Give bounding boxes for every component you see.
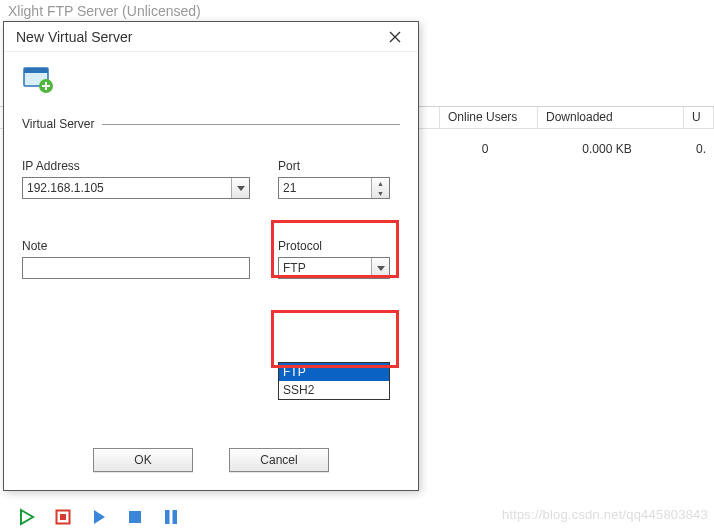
pause-icon[interactable] xyxy=(162,508,180,526)
svg-rect-4 xyxy=(60,514,66,520)
section-header: Virtual Server xyxy=(22,117,400,131)
close-button[interactable] xyxy=(380,25,410,49)
ok-button[interactable]: OK xyxy=(93,448,193,472)
svg-rect-5 xyxy=(129,511,141,523)
port-value: 21 xyxy=(279,181,371,195)
section-divider xyxy=(102,124,400,125)
port-spin-buttons[interactable]: ▲ ▼ xyxy=(371,178,389,198)
cancel-button[interactable]: Cancel xyxy=(229,448,329,472)
protocol-option-ftp[interactable]: FTP xyxy=(279,363,389,381)
watermark: https://blog.csdn.net/qq445803843 xyxy=(502,507,708,522)
protocol-dropdown-list[interactable]: FTP SSH2 xyxy=(278,362,390,400)
protocol-option-ssh2[interactable]: SSH2 xyxy=(279,381,389,399)
port-spinner[interactable]: 21 ▲ ▼ xyxy=(278,177,390,199)
dialog-body: Virtual Server IP Address 192.168.1.105 … xyxy=(4,52,418,490)
play-outline-icon[interactable] xyxy=(18,508,36,526)
stop-outline-icon[interactable] xyxy=(54,508,72,526)
th-downloaded[interactable]: Downloaded xyxy=(538,107,684,128)
ip-label: IP Address xyxy=(22,159,250,173)
chevron-down-icon xyxy=(377,266,385,271)
td-uploaded: 0. xyxy=(684,142,714,156)
wizard-icon xyxy=(22,66,400,99)
ip-address-combo[interactable]: 192.168.1.105 xyxy=(22,177,250,199)
chevron-down-icon xyxy=(237,186,245,191)
protocol-select[interactable]: FTP xyxy=(278,257,390,279)
highlight-protocol xyxy=(271,310,399,368)
main-window-title: Xlight FTP Server (Unlicensed) xyxy=(8,3,201,19)
port-field: Port 21 ▲ ▼ xyxy=(278,159,390,199)
protocol-value: FTP xyxy=(279,261,310,275)
dialog-buttons: OK Cancel xyxy=(4,448,418,472)
svg-rect-6 xyxy=(165,510,170,524)
section-label: Virtual Server xyxy=(22,117,102,131)
svg-rect-1 xyxy=(24,68,48,73)
note-field: Note xyxy=(22,239,250,279)
protocol-dropdown-button[interactable] xyxy=(371,258,389,278)
td-online-users: 0 xyxy=(440,142,538,156)
spin-down-icon[interactable]: ▼ xyxy=(377,188,384,198)
svg-rect-7 xyxy=(173,510,178,524)
dialog-titlebar[interactable]: New Virtual Server xyxy=(4,22,418,52)
new-virtual-server-dialog: New Virtual Server Virtual Server IP Add… xyxy=(3,21,419,491)
protocol-field: Protocol FTP FTP SSH2 xyxy=(278,239,390,279)
bottom-toolbar xyxy=(18,508,180,526)
ip-field: IP Address 192.168.1.105 xyxy=(22,159,250,199)
close-icon xyxy=(389,31,401,43)
play-icon[interactable] xyxy=(90,508,108,526)
spin-up-icon[interactable]: ▲ xyxy=(377,178,384,188)
th-uploaded[interactable]: U xyxy=(684,107,714,128)
dialog-title: New Virtual Server xyxy=(16,29,132,45)
th-online-users[interactable]: Online Users xyxy=(440,107,538,128)
ip-dropdown-button[interactable] xyxy=(231,178,249,198)
td-downloaded: 0.000 KB xyxy=(538,142,684,156)
stop-icon[interactable] xyxy=(126,508,144,526)
port-label: Port xyxy=(278,159,390,173)
note-label: Note xyxy=(22,239,250,253)
ip-address-value: 192.168.1.105 xyxy=(23,181,108,195)
note-input[interactable] xyxy=(22,257,250,279)
protocol-label: Protocol xyxy=(278,239,390,253)
